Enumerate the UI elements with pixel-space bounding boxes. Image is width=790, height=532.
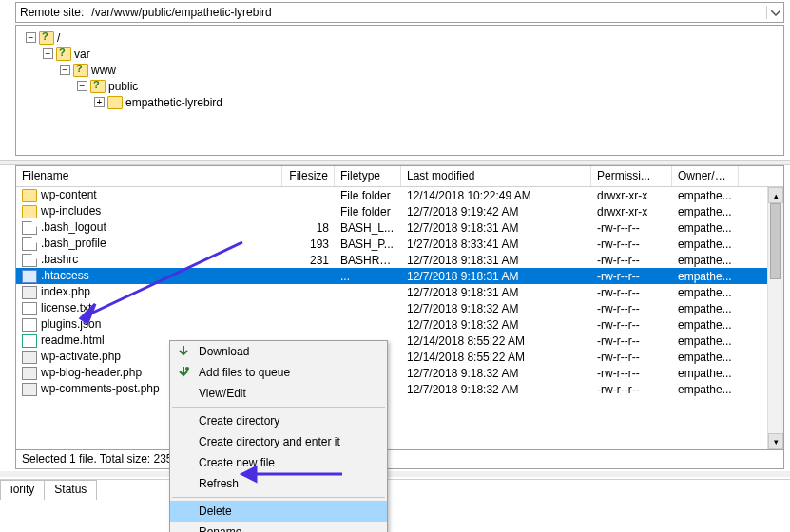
php-icon — [22, 367, 37, 380]
cell-owner: empathe... — [672, 286, 739, 299]
cell-permissions: -rw-r--r-- — [591, 302, 672, 315]
menu-item-create-directory[interactable]: Create directory — [170, 410, 387, 431]
cell-owner: empathe... — [672, 302, 739, 315]
remote-path-input[interactable] — [87, 3, 766, 22]
remote-tree-pane[interactable]: −/−var−www−public+empathetic-lyrebird — [15, 25, 784, 156]
scroll-down-button[interactable]: ▾ — [768, 433, 783, 449]
table-row[interactable]: .bashrc231BASHRC...12/7/2018 9:18:31 AM-… — [16, 252, 783, 268]
tree-label: var — [74, 48, 90, 61]
menu-item-view-edit[interactable]: View/Edit — [170, 383, 387, 404]
cell-permissions: -rw-r--r-- — [591, 286, 672, 299]
folder-icon — [39, 31, 54, 45]
table-row[interactable]: readme.html12/14/2018 8:55:22 AM-rw-r--r… — [16, 332, 783, 349]
file-icon — [22, 221, 37, 235]
table-row[interactable]: wp-contentFile folder12/14/2018 10:22:49… — [16, 187, 783, 203]
cell-filename: wp-includes — [16, 204, 282, 218]
cell-filetype: BASH_L... — [335, 221, 401, 235]
cell-owner: empathe... — [672, 221, 739, 235]
col-filename[interactable]: Filename — [16, 166, 282, 186]
table-row[interactable]: wp-comments-post.php12/7/2018 9:18:32 AM… — [16, 381, 783, 397]
cell-filetype: File folder — [335, 205, 401, 218]
cell-filetype: BASHRC... — [335, 254, 401, 267]
menu-item-label: Delete — [199, 504, 232, 518]
remote-path-dropdown[interactable] — [766, 6, 783, 19]
cell-filetype: File folder — [335, 189, 401, 202]
table-row[interactable]: wp-blog-header.php12/7/2018 9:18:32 AM-r… — [16, 365, 783, 381]
cell-modified: 12/14/2018 10:22:49 AM — [401, 189, 591, 202]
tree-node[interactable]: −www — [20, 62, 780, 78]
cell-filename: license.txt — [16, 301, 282, 315]
cell-filename: .bash_profile — [16, 237, 282, 251]
vertical-scrollbar[interactable]: ▴ ▾ — [767, 187, 783, 449]
php-icon — [22, 286, 37, 299]
cell-owner: empathe... — [672, 383, 739, 396]
tab-priority[interactable]: iority — [0, 480, 45, 500]
tree-node[interactable]: −public — [20, 78, 780, 94]
cell-permissions: -rw-r--r-- — [591, 318, 672, 332]
table-row[interactable]: wp-activate.php12/14/2018 8:55:22 AM-rw-… — [16, 349, 783, 365]
table-row[interactable]: .bash_profile193BASH_P...1/27/2018 8:33:… — [16, 236, 783, 252]
file-icon — [22, 238, 37, 251]
cell-filesize: 193 — [282, 238, 335, 251]
cell-owner: empathe... — [672, 205, 739, 218]
menu-item-create-new-file[interactable]: Create new file — [170, 452, 387, 473]
table-row[interactable]: license.txt12/7/2018 9:18:32 AM-rw-r--r-… — [16, 300, 783, 316]
tree-node[interactable]: −/ — [20, 29, 780, 46]
cell-owner: empathe... — [672, 318, 739, 332]
tree-node[interactable]: −var — [20, 46, 780, 62]
table-row[interactable]: .bash_logout18BASH_L...12/7/2018 9:18:31… — [16, 219, 783, 236]
folder-icon — [73, 64, 88, 77]
menu-separator — [172, 407, 385, 408]
menu-item-create-directory-and-enter-it[interactable]: Create directory and enter it — [170, 431, 387, 452]
download-icon — [176, 344, 191, 359]
tree-expander[interactable]: − — [26, 32, 36, 43]
menu-item-label: Add files to queue — [199, 366, 290, 379]
col-permissions[interactable]: Permissi... — [591, 166, 672, 186]
tree-expander[interactable]: − — [60, 65, 70, 75]
cell-owner: empathe... — [672, 189, 739, 202]
file-rows[interactable]: wp-contentFile folder12/14/2018 10:22:49… — [16, 187, 783, 449]
column-headers[interactable]: Filename Filesize Filetype Last modified… — [16, 166, 783, 187]
cell-filetype: BASH_P... — [335, 238, 401, 251]
table-row[interactable]: plugins.json12/7/2018 9:18:32 AM-rw-r--r… — [16, 316, 783, 332]
tree-label: / — [57, 31, 60, 45]
menu-item-delete[interactable]: Delete — [170, 501, 387, 522]
col-filetype[interactable]: Filetype — [335, 166, 401, 186]
table-row[interactable]: wp-includesFile folder12/7/2018 9:19:42 … — [16, 203, 783, 219]
cell-owner: empathe... — [672, 367, 739, 380]
cell-permissions: -rw-r--r-- — [591, 383, 672, 396]
col-owner[interactable]: Owner/G... — [672, 166, 739, 186]
scroll-thumb[interactable] — [770, 203, 781, 279]
cell-modified: 12/7/2018 9:18:31 AM — [401, 221, 591, 235]
col-filesize[interactable]: Filesize — [282, 166, 335, 186]
cell-modified: 12/7/2018 9:18:32 AM — [401, 367, 591, 380]
lower-divider[interactable] — [0, 471, 790, 477]
cell-modified: 1/27/2018 8:33:41 AM — [401, 238, 591, 251]
menu-item-label: Create directory and enter it — [199, 435, 340, 448]
menu-item-refresh[interactable]: Refresh — [170, 473, 387, 494]
table-row[interactable]: index.php12/7/2018 9:18:31 AM-rw-r--r--e… — [16, 284, 783, 300]
scroll-up-button[interactable]: ▴ — [768, 187, 783, 203]
cell-filename: plugins.json — [16, 317, 282, 332]
table-row[interactable]: .htaccess...12/7/2018 9:18:31 AM-rw-r--r… — [16, 268, 783, 284]
cell-permissions: -rw-r--r-- — [591, 351, 672, 364]
folder-icon — [22, 189, 37, 202]
cell-filename: .bash_logout — [16, 220, 282, 235]
cell-filename: index.php — [16, 285, 282, 299]
menu-item-label: Rename — [199, 525, 241, 532]
tree-node[interactable]: +empathetic-lyrebird — [20, 94, 780, 110]
menu-item-download[interactable]: Download — [170, 341, 387, 362]
menu-item-add-files-to-queue[interactable]: Add files to queue — [170, 362, 387, 383]
tree-expander[interactable]: − — [77, 81, 87, 91]
menu-separator — [172, 497, 385, 498]
folder-icon — [56, 48, 71, 61]
cell-modified: 12/7/2018 9:19:42 AM — [401, 205, 591, 218]
tree-expander[interactable]: + — [94, 97, 105, 107]
col-modified[interactable]: Last modified — [401, 166, 591, 186]
menu-item-rename[interactable]: Rename — [170, 522, 387, 532]
json-icon — [22, 318, 37, 332]
cell-filesize: 231 — [282, 254, 335, 267]
tab-status[interactable]: Status — [44, 480, 97, 500]
folder-icon — [107, 96, 123, 109]
tree-expander[interactable]: − — [43, 48, 53, 59]
